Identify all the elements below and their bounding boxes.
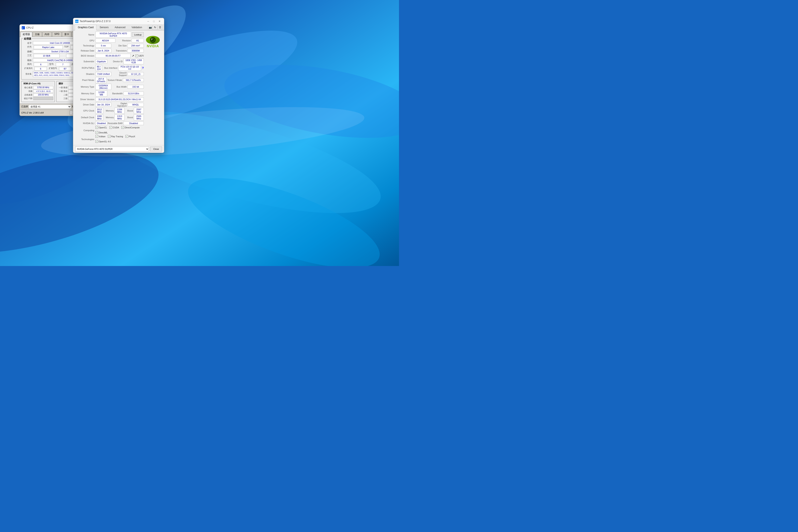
boost-label: Boost	[125, 110, 134, 112]
core-speed-value: 5700.00 MHz	[33, 86, 53, 89]
cuda-item: ✓ CUDA	[110, 126, 119, 129]
gpuz-tab-advanced[interactable]: Advanced	[112, 24, 128, 30]
cpu-code-label: 代号	[23, 45, 33, 49]
uefi-checkbox[interactable]: ✓	[135, 55, 138, 57]
default-clock-label: Default Clock	[75, 116, 95, 119]
opengl-item: ✓ OpenGL 4.6	[95, 140, 111, 143]
nvidia-text: NVIDIA	[147, 44, 159, 48]
directml-item: ✓ DirectML	[95, 131, 108, 134]
default-boost-label: Boost	[125, 116, 134, 119]
die-size-value: 294 mm²	[128, 44, 144, 48]
physx-label: PhysX	[129, 135, 135, 138]
opencl-item: ✓ OpenCL	[95, 126, 107, 129]
cpu-extfamily-label: 扩展系列	[23, 67, 34, 71]
gpu-name-row: Name NVIDIA GeForce RTX 4070 SUPER Looku…	[75, 32, 144, 38]
camera-button[interactable]: 📷	[148, 25, 153, 30]
gpu-dropdown[interactable]: NVIDIA GeForce RTX 4070 SUPER	[75, 147, 149, 151]
svg-text:Z: Z	[22, 27, 23, 29]
opencl-checkbox[interactable]: ✓	[95, 126, 98, 129]
cpuz-tab-mainboard[interactable]: 主板	[33, 32, 42, 37]
svg-text:GPU: GPU	[75, 21, 78, 22]
memory-type-row: Memory Type GDDR6X (Micron) Bus Width 19…	[75, 84, 144, 90]
release-date-label: Release Date	[75, 50, 95, 52]
gpuz-tab-graphics-card[interactable]: Graphics Card	[75, 24, 96, 31]
cpu-code-value: Raptor Lake	[34, 45, 63, 49]
device-id-label: Device ID	[107, 60, 124, 63]
gpu-clock-value: 2012 MHz	[95, 108, 103, 114]
cpu-tdp-label: TDP	[64, 45, 70, 49]
texture-fillrate-value: 581.7 GTexel/s	[123, 78, 144, 82]
digital-sig-value: WHQL	[128, 103, 144, 107]
gpuz-window-controls: ─ □ ✕	[146, 19, 162, 24]
technologies-checkboxes: ✓ Vulkan ✓ Ray Tracing ✓ PhysX ✓ OpenGL …	[95, 135, 144, 143]
nvidia-eye-icon	[146, 36, 160, 44]
default-memory-label: Memory	[103, 116, 115, 119]
nvidia-sli-value: Disabled	[95, 121, 107, 125]
digital-sig-label: Digital Signature	[111, 102, 128, 107]
clock-section-label: 时钟 (P-Core #0)	[23, 82, 53, 85]
cpu-name-label: 名字	[23, 41, 33, 44]
directx-value: 12 (12_2)	[128, 72, 144, 76]
multiplier-value: x 57.0 (8.0 - 60.0)	[33, 90, 53, 93]
technologies-label: Technologies	[75, 138, 95, 140]
physx-checkbox[interactable]: ✓	[126, 135, 128, 138]
directml-checkbox[interactable]: ✓	[95, 131, 98, 134]
release-date-row: Release Date Jan 8, 2024 Transistors 358…	[75, 49, 144, 53]
multiplier-label: 倍频	[23, 90, 33, 93]
pixel-fillrate-label: Pixel Fillrate	[75, 79, 95, 81]
technology-label: Technology	[75, 44, 95, 47]
cpuz-tab-spd[interactable]: SPD	[52, 32, 62, 37]
menu-button[interactable]: ☰	[157, 25, 163, 30]
gpuz-tab-sensors[interactable]: Sensors	[96, 24, 112, 30]
gpuz-maximize-button[interactable]: □	[151, 19, 156, 24]
cpu-extmodel-value: B7	[59, 67, 71, 71]
driver-version-label: Driver Version	[75, 98, 95, 100]
cpuz-tab-processor[interactable]: 处理器	[20, 32, 32, 37]
bus-interface-help-icon[interactable]: ?	[142, 66, 144, 70]
gpu-row: GPU AD104 Revision A1	[75, 38, 144, 43]
resizable-bar-value: Disabled	[124, 121, 144, 125]
directx-label: DirectX Support	[111, 72, 128, 76]
multiplier-row: 倍频 x 57.0 (8.0 - 60.0)	[23, 90, 53, 93]
cpu-process-value: 10 纳米	[34, 54, 60, 58]
cpuz-tab-memory[interactable]: 内存	[42, 32, 52, 37]
shaders-row: Shaders 7168 Unified DirectX Support 12 …	[75, 72, 144, 76]
technology-row: Technology 5 nm Die Size 294 mm²	[75, 43, 144, 48]
technologies-row: Technologies ✓ Vulkan ✓ Ray Tracing ✓ Ph…	[75, 135, 144, 143]
gpuz-close-button[interactable]: ✕	[157, 19, 162, 24]
cpu-extmodel-label: 扩展型号	[48, 67, 58, 71]
gpuz-minimize-button[interactable]: ─	[146, 19, 151, 24]
cpu-family-label: 系列	[23, 63, 33, 66]
ray-tracing-checkbox[interactable]: ✓	[108, 135, 111, 138]
refresh-button[interactable]: ↻	[153, 25, 157, 30]
directcompute-checkbox[interactable]: ✓	[121, 126, 124, 129]
computing-label: Computing	[75, 129, 95, 132]
cpu-instructions-label: 指令集	[23, 73, 33, 75]
shaders-label: Shaders	[75, 73, 95, 75]
l2-label: 二级	[58, 93, 68, 96]
lookup-button[interactable]: Lookup	[132, 32, 144, 37]
cpuz-tab-gpu[interactable]: 显卡	[62, 32, 71, 37]
cuda-checkbox[interactable]: ✓	[110, 126, 112, 129]
directcompute-label: DirectCompute	[125, 126, 139, 129]
gpu-label: GPU	[75, 39, 95, 42]
bus-speed-label: 总线速度	[23, 93, 33, 96]
shaders-value: 7168 Unified	[95, 72, 111, 76]
bios-share-icon[interactable]: ↗	[132, 54, 134, 57]
memory-clock-label: Memory	[103, 110, 115, 112]
bandwidth-label: Bandwidth	[107, 92, 124, 95]
cuda-label: CUDA	[113, 126, 119, 129]
processor-select[interactable]: 处理器 #1	[29, 104, 71, 109]
bus-width-label: Bus Width	[111, 86, 128, 88]
fsb-value	[33, 97, 53, 100]
gpuz-body: NVIDIA Name NVIDIA GeForce RTX 4070 SUPE…	[73, 31, 164, 145]
vulkan-checkbox[interactable]: ✓	[95, 135, 98, 138]
gpuz-tab-validation[interactable]: Validation	[129, 24, 145, 30]
opengl-checkbox[interactable]: ✓	[95, 140, 98, 143]
bios-version-row: BIOS Version 95.04.69.00.F7 ↗ ✓ UEFI	[75, 54, 144, 58]
device-id-value: 10DE 2783 - 1458 4138	[124, 59, 144, 64]
memory-size-label: Memory Size	[75, 92, 95, 95]
gpuz-close-btn[interactable]: Close	[150, 147, 162, 151]
opengl-label: OpenGL 4.6	[99, 140, 111, 143]
default-memory-value: 1313 MHz	[115, 114, 125, 120]
